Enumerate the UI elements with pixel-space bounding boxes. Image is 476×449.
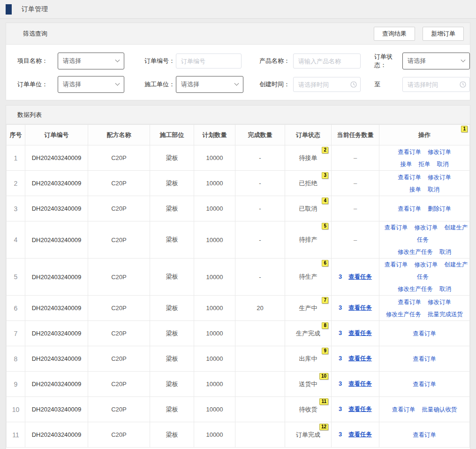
action-link[interactable]: 修改订单 <box>415 261 438 268</box>
project-name-select[interactable]: 请选择 <box>58 53 124 69</box>
action-link[interactable]: 取消 <box>437 161 449 167</box>
action-link[interactable]: 查看订单 <box>413 432 436 438</box>
action-link[interactable]: 查看订单 <box>385 224 408 231</box>
action-line: 查看订单 <box>379 378 469 390</box>
status-text: 出库中 <box>299 355 317 362</box>
planned-qty-cell: 10000 <box>194 422 235 448</box>
part-cell: 梁板 <box>150 171 194 196</box>
action-link[interactable]: 修改生产任务 <box>398 249 433 255</box>
action-link[interactable]: 接单 <box>409 186 421 193</box>
task-count-cell: 3查看任务 <box>332 422 379 448</box>
seq-cell: 6 <box>7 296 25 321</box>
part-cell: 梁板 <box>150 321 194 346</box>
order-status-label: 订单状态： <box>374 53 402 69</box>
page-title-bar: 订单管理 <box>0 0 476 19</box>
seq-cell: 9 <box>7 372 25 397</box>
action-link[interactable]: 查看订单 <box>398 174 421 181</box>
action-link[interactable]: 修改订单 <box>415 224 438 231</box>
task-count: 3 <box>339 273 342 280</box>
view-tasks-link[interactable]: 查看任务 <box>348 274 372 280</box>
seq-cell: 5 <box>7 259 25 296</box>
view-tasks-link[interactable]: 查看任务 <box>348 431 372 438</box>
task-count-cell: 3查看任务 <box>332 321 379 346</box>
action-link[interactable]: 拒单 <box>419 161 431 167</box>
action-line: 查看订单删除订单 <box>379 203 469 215</box>
product-name-input[interactable] <box>293 53 361 68</box>
recipe-cell: C20P <box>88 346 150 372</box>
task-count-cell: – <box>332 145 379 171</box>
action-line: 查看订单修改订单 <box>379 296 469 308</box>
action-line: 接单取消 <box>379 183 469 196</box>
query-results-button[interactable]: 查询结果 <box>374 27 415 41</box>
status-cell: 9出库中 <box>285 346 332 372</box>
page-title: 订单管理 <box>22 5 48 14</box>
order-no-cell: DH202403240009 <box>25 259 88 296</box>
action-line: 查看订单 <box>379 429 469 441</box>
action-link[interactable]: 查看订单 <box>413 381 436 388</box>
completed-qty-cell: - <box>235 259 285 296</box>
data-list-section: 数据列表 序号订单编号配方名称施工部位计划数量完成数量订单状态当前任务数量操作1… <box>6 105 470 449</box>
actions-cell: 查看订单修改订单接单取消 <box>379 171 470 196</box>
annotation-marker: 10 <box>319 373 328 380</box>
action-link[interactable]: 修改生产任务 <box>386 311 421 318</box>
order-status-select[interactable]: 请选择 <box>402 53 470 69</box>
seq-cell: 2 <box>7 171 25 196</box>
task-count: 3 <box>339 431 342 438</box>
actions-cell: 查看订单批量确认收货 <box>379 397 470 422</box>
status-cell: 2待接单 <box>285 145 332 171</box>
action-link[interactable]: 查看订单 <box>413 356 436 362</box>
task-count-cell: – <box>332 221 379 259</box>
action-link[interactable]: 修改生产任务 <box>398 286 433 292</box>
action-link[interactable]: 查看订单 <box>413 330 436 337</box>
action-link[interactable]: 修改订单 <box>428 299 451 305</box>
table-row: 6DH202403240009C20P梁板10000207生产中3查看任务查看订… <box>7 296 470 321</box>
column-header: 配方名称 <box>88 125 150 145</box>
column-header: 订单状态 <box>285 125 332 145</box>
construction-unit-select[interactable]: 请选择 <box>176 76 243 93</box>
view-tasks-link[interactable]: 查看任务 <box>348 304 372 311</box>
view-tasks-link[interactable]: 查看任务 <box>348 406 372 412</box>
status-text: 生产中 <box>299 304 317 312</box>
task-dash: – <box>354 180 357 187</box>
order-no-input[interactable] <box>176 53 242 68</box>
action-line: 查看订单修改订单 <box>379 146 469 158</box>
seq-cell: 3 <box>7 196 25 221</box>
part-cell: 梁板 <box>150 259 194 296</box>
actions-cell: 查看订单删除订单 <box>379 196 470 221</box>
chevron-down-icon <box>461 57 466 62</box>
action-link[interactable]: 批量确认收货 <box>422 406 457 413</box>
order-unit-select[interactable]: 请选择 <box>58 76 124 93</box>
action-link[interactable]: 取消 <box>439 286 451 292</box>
annotation-marker: 1 <box>461 126 468 132</box>
planned-qty-cell: 10000 <box>194 171 235 196</box>
view-tasks-link[interactable]: 查看任务 <box>348 381 372 387</box>
action-link[interactable]: 查看订单 <box>398 205 421 212</box>
action-link[interactable]: 查看订单 <box>385 261 408 268</box>
view-tasks-link[interactable]: 查看任务 <box>348 330 372 336</box>
status-text: 已取消 <box>299 205 317 212</box>
action-link[interactable]: 删除订单 <box>428 205 451 212</box>
action-link[interactable]: 查看订单 <box>398 299 421 305</box>
clock-icon <box>350 81 357 88</box>
status-cell: 3已拒绝 <box>285 171 332 196</box>
action-link[interactable]: 查看订单 <box>392 406 416 413</box>
action-link[interactable]: 修改订单 <box>428 174 451 181</box>
action-link[interactable]: 接单 <box>400 161 412 167</box>
action-link[interactable]: 取消 <box>428 186 439 193</box>
column-header: 完成数量 <box>235 125 285 145</box>
order-no-cell: DH202403240009 <box>25 196 88 221</box>
seq-cell: 1 <box>7 145 25 171</box>
status-text: 已拒绝 <box>299 180 317 187</box>
view-tasks-link[interactable]: 查看任务 <box>348 355 372 362</box>
action-link[interactable]: 批量完成送货 <box>428 311 463 318</box>
annotation-marker: 12 <box>319 424 328 430</box>
add-order-button[interactable]: 新增订单 <box>423 27 464 41</box>
recipe-cell: C20P <box>88 397 150 422</box>
annotation-marker: 3 <box>322 172 328 179</box>
product-name-label: 产品名称： <box>259 57 293 65</box>
action-link[interactable]: 查看订单 <box>398 149 421 155</box>
table-row: 8DH202403240009C20P梁板100009出库中3查看任务查看订单 <box>7 346 470 372</box>
seq-cell: 4 <box>7 221 25 259</box>
action-link[interactable]: 修改订单 <box>428 149 451 155</box>
action-link[interactable]: 取消 <box>439 249 451 255</box>
